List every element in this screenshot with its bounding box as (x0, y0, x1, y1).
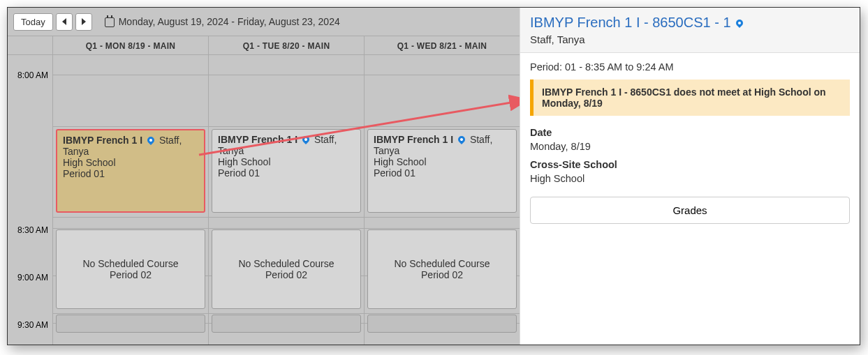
empty-slot[interactable]: No Scheduled Course Period 02 (367, 229, 517, 309)
event-period: Period 01 (374, 167, 415, 179)
next-button[interactable] (75, 13, 92, 31)
event-period: Period 01 (218, 167, 260, 179)
empty-slot-period: Period 02 (110, 269, 152, 280)
grades-button[interactable]: Grades (530, 197, 850, 224)
event-title: IBMYP French 1 I (374, 134, 453, 145)
time-label: 9:00 AM (8, 273, 52, 320)
time-label: 8:30 AM (8, 225, 52, 273)
empty-slot[interactable]: No Scheduled Course Period 02 (212, 229, 361, 309)
chevron-right-icon (82, 18, 86, 25)
calendar-event-selected[interactable]: IBMYP French 1 I Staff, Tanya High Schoo… (56, 129, 205, 213)
chevron-left-icon (62, 18, 66, 25)
prev-button[interactable] (56, 13, 73, 31)
pin-icon (457, 135, 466, 144)
school-value: High School (530, 173, 850, 184)
calendar-icon (105, 17, 115, 27)
panel-period: Period: 01 - 8:35 AM to 9:24 AM (530, 61, 850, 73)
event-school: High School (63, 157, 116, 168)
pin-icon (146, 135, 156, 145)
date-label: Date (530, 127, 850, 138)
pin-icon (301, 135, 311, 144)
empty-slot-text: No Scheduled Course (239, 258, 334, 269)
panel-title: IBMYP French 1 I - 8650CS1 - 1 (530, 15, 850, 31)
column-headers: Q1 - MON 8/19 - MAIN Q1 - TUE 8/20 - MAI… (8, 36, 520, 55)
date-range: Monday, August 19, 2024 - Friday, August… (105, 16, 340, 27)
time-label: 9:30 AM (8, 320, 52, 330)
event-school: High School (218, 156, 271, 167)
empty-slot-period: Period 02 (265, 269, 307, 280)
day-header: Q1 - WED 8/21 - MAIN (364, 36, 520, 54)
empty-slot[interactable] (56, 315, 205, 333)
empty-slot[interactable]: No Scheduled Course Period 02 (56, 229, 205, 309)
event-school: High School (374, 156, 427, 167)
empty-slot-text: No Scheduled Course (83, 258, 179, 269)
empty-slot-text: No Scheduled Course (395, 258, 490, 269)
day-header: Q1 - MON 8/19 - MAIN (52, 36, 208, 54)
empty-slot[interactable] (367, 315, 517, 333)
event-title: IBMYP French 1 I (63, 135, 142, 146)
today-button[interactable]: Today (13, 13, 53, 31)
event-period: Period 01 (63, 168, 105, 179)
empty-slot[interactable] (212, 315, 361, 333)
alert-banner: IBMYP French 1 I - 8650CS1 does not meet… (530, 80, 850, 116)
day-header: Q1 - TUE 8/20 - MAIN (208, 36, 364, 54)
event-title: IBMYP French 1 I (218, 134, 297, 145)
panel-staff: Staff, Tanya (530, 33, 850, 45)
calendar-event[interactable]: IBMYP French 1 I Staff, Tanya High Schoo… (212, 129, 361, 213)
empty-slot-period: Period 02 (421, 269, 463, 280)
time-label: 8:00 AM (8, 70, 52, 225)
calendar-event[interactable]: IBMYP French 1 I Staff, Tanya High Schoo… (367, 129, 517, 213)
date-value: Monday, 8/19 (530, 141, 850, 152)
school-label: Cross-Site School (530, 159, 850, 170)
pin-icon (734, 17, 744, 27)
